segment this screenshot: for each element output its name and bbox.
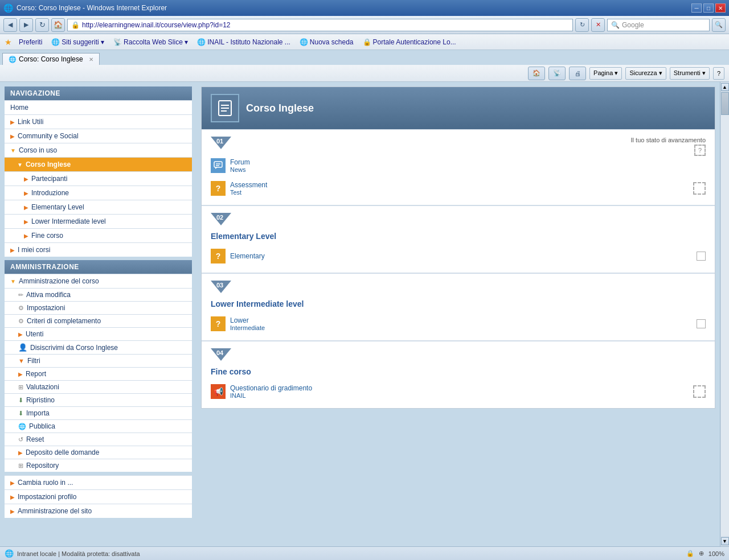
portale-link[interactable]: 🔒 Portale Autenticazione Lo... xyxy=(361,37,458,47)
back-button[interactable]: ◀ xyxy=(3,18,17,32)
active-tab[interactable]: 🌐 Corso: Corso Inglese ✕ xyxy=(2,53,100,65)
section-04-num: 04 xyxy=(211,348,231,361)
arrow-right-icon7: ▶ xyxy=(24,233,28,239)
corsoinuso-label: Corso in uso xyxy=(19,146,57,154)
pubblica-label: Pubblica xyxy=(29,422,55,430)
download-icon: ⬇ xyxy=(18,397,23,404)
sidebar-item-linkutili[interactable]: ▶ Link Utili xyxy=(5,114,192,129)
progress-icon: ? xyxy=(694,145,706,156)
survey-name[interactable]: Questionario di gradimento xyxy=(230,384,312,392)
sidebar-item-reset[interactable]: ↺ Reset xyxy=(5,433,192,446)
sidebar-item-elementary[interactable]: ▶ Elementary Level xyxy=(5,200,192,214)
sidebar-item-corsoinglese[interactable]: ▼ Corso Inglese xyxy=(5,157,192,171)
sidebar-item-ripristino[interactable]: ⬇ Ripristino xyxy=(5,393,192,406)
sidebar-item-deposito[interactable]: ▶ Deposito delle domande xyxy=(5,446,192,459)
introduzione-label: Introduzione xyxy=(31,189,69,197)
sidebar-item-attiva-modifica[interactable]: ✏ Attiva modifica xyxy=(5,288,192,301)
download-icon2: ⬇ xyxy=(18,410,23,417)
survey-subname: INAIL xyxy=(230,392,312,399)
scrollbar[interactable]: ▲ ▼ xyxy=(720,82,729,546)
sidebar-item-repository[interactable]: ⊞ Repository xyxy=(5,459,192,472)
minimize-button[interactable]: ─ xyxy=(691,3,702,13)
course-icon xyxy=(211,94,239,122)
toolbar-home-btn[interactable]: 🏠 xyxy=(528,67,545,80)
scroll-down-btn[interactable]: ▼ xyxy=(721,537,729,545)
sidebar-item-corsoinuso[interactable]: ▼ Corso in uso xyxy=(5,143,192,157)
favorites-link[interactable]: Preferiti xyxy=(17,37,44,47)
forum-name[interactable]: Forum xyxy=(230,158,250,166)
webcollection-link[interactable]: 📡 Raccolta Web Slice ▾ xyxy=(111,37,190,47)
sidebar-item-valutazioni[interactable]: ⊞ Valutazioni xyxy=(5,380,192,393)
search-icon: 🔍 xyxy=(611,21,620,29)
sidebar-item-finecorso[interactable]: ▶ Fine corso xyxy=(5,228,192,242)
refresh-address-button[interactable]: ↻ xyxy=(575,18,589,32)
suggested-sites-link[interactable]: 🌐 Siti suggeriti ▾ xyxy=(49,37,107,47)
assessment-checkbox xyxy=(693,182,706,195)
sidebar-item-utenti[interactable]: ▶ Utenti xyxy=(5,327,192,340)
arrow-down-icon3: ▼ xyxy=(10,278,16,285)
sidebar-item-disiscrivimi[interactable]: 👤 Disiscrivimi da Corso Inglese xyxy=(5,340,192,354)
assessment-name[interactable]: Assessment xyxy=(230,181,267,189)
search-field[interactable]: 🔍 Google xyxy=(607,19,710,31)
lower-icon: ? xyxy=(211,316,226,331)
sidebar-item-home[interactable]: Home xyxy=(5,100,192,114)
sidebar-item-lowerintermediate[interactable]: ▶ Lower Intermediate level xyxy=(5,214,192,228)
section-02-title: Elementary Level xyxy=(211,232,706,241)
security-button[interactable]: Sicurezza ▾ xyxy=(625,67,666,80)
sidebar-item-impostazioni[interactable]: ⚙ Impostazioni xyxy=(5,301,192,314)
inail-label: INAIL - Istituto Nazionale ... xyxy=(207,38,290,46)
scroll-thumb[interactable] xyxy=(721,92,729,115)
main-area: NAVIGAZIONE Home ▶ Link Utili ▶ Communit… xyxy=(0,82,729,546)
address-field[interactable]: 🔒 http://elearningnew.inail.it/course/vi… xyxy=(67,19,573,31)
sidebar-item-amm-sito[interactable]: ▶ Amministrazione del sito xyxy=(5,504,192,518)
stop-button[interactable]: ✕ xyxy=(591,18,605,32)
toolbar-print-btn[interactable]: 🖨 xyxy=(569,67,586,80)
content-inner: Corso Inglese 01 Il tuo stato di avanzam… xyxy=(201,87,715,409)
page-label: Pagina ▾ xyxy=(593,69,618,77)
sidebar-item-importa[interactable]: ⬇ Importa xyxy=(5,406,192,419)
tools-button[interactable]: Strumenti ▾ xyxy=(670,67,710,80)
help-button[interactable]: ? xyxy=(713,67,724,80)
lower-name[interactable]: Lower xyxy=(230,316,265,324)
search-button[interactable]: 🔍 xyxy=(712,18,726,32)
maximize-button[interactable]: □ xyxy=(703,3,714,13)
title-bar: 🌐 Corso: Corso Inglese - Windows Interne… xyxy=(0,0,729,16)
elementary-name[interactable]: Elementary xyxy=(230,252,265,260)
home-button[interactable]: 🏠 xyxy=(51,18,65,32)
forward-button[interactable]: ▶ xyxy=(19,18,33,32)
sidebar-item-report[interactable]: ▶ Report xyxy=(5,367,192,380)
arrow-right-icon13: ▶ xyxy=(10,494,15,500)
scroll-up-btn[interactable]: ▲ xyxy=(721,83,729,91)
tab-close-icon[interactable]: ✕ xyxy=(89,56,93,63)
arrow-right-icon9: ▶ xyxy=(18,331,23,337)
refresh-button[interactable]: ↻ xyxy=(35,18,49,32)
globe-icon: 🌐 xyxy=(18,423,26,430)
new-tab-link[interactable]: 🌐 Nuova scheda xyxy=(297,37,356,47)
sidebar-item-partecipanti[interactable]: ▶ Partecipanti xyxy=(5,171,192,186)
content-area: Corso Inglese 01 Il tuo stato di avanzam… xyxy=(196,82,720,546)
sidebar-item-filtri[interactable]: ▼ Filtri xyxy=(5,354,192,367)
sidebar-item-cambia-ruolo[interactable]: ▶ Cambia ruolo in ... xyxy=(5,475,192,489)
arrow-right-icon10: ▶ xyxy=(18,371,23,377)
sidebar-item-criteri[interactable]: ⚙ Criteri di completamento xyxy=(5,314,192,327)
address-icon: 🔒 xyxy=(71,21,80,29)
toolbar-rss-btn[interactable]: 📡 xyxy=(548,67,566,80)
inail-link[interactable]: 🌐 INAIL - Istituto Nazionale ... xyxy=(195,37,293,47)
close-button[interactable]: ✕ xyxy=(715,3,726,13)
sidebar-item-community[interactable]: ▶ Community e Social xyxy=(5,129,192,143)
progress-label: Il tuo stato di avanzamento xyxy=(631,137,706,143)
page-button[interactable]: Pagina ▾ xyxy=(589,67,622,80)
sidebar-item-miei-corsi[interactable]: ▶ I miei corsi xyxy=(5,242,192,257)
impostazioni-label: Impostazioni xyxy=(27,304,65,312)
ammcorso-label: Amministrazione del corso xyxy=(19,277,99,285)
forum-icon xyxy=(211,158,226,173)
sidebar-item-impostazioni-profilo[interactable]: ▶ Impostazioni profilo xyxy=(5,489,192,504)
sidebar-item-pubblica[interactable]: 🌐 Pubblica xyxy=(5,419,192,433)
survey-item-text: Questionario di gradimento INAIL xyxy=(230,384,312,399)
arrow-right-icon8: ▶ xyxy=(10,247,15,253)
lock-icon: 🔒 xyxy=(363,38,371,46)
gear-icon2: ⚙ xyxy=(18,318,24,325)
sidebar-item-amm-corso[interactable]: ▼ Amministrazione del corso xyxy=(5,274,192,288)
sidebar-item-introduzione[interactable]: ▶ Introduzione xyxy=(5,186,192,200)
section-04-label: 04 xyxy=(216,349,223,356)
